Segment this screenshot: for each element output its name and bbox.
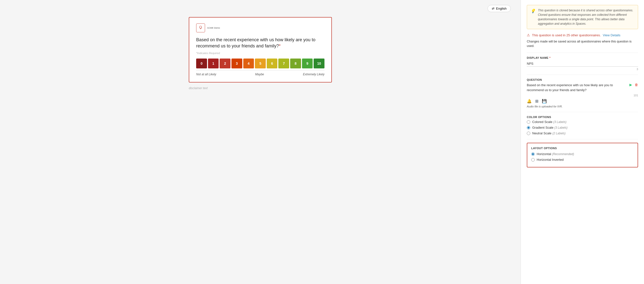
- question-icons: ▶ 🗑: [630, 83, 638, 87]
- color-option-gradient-scale[interactable]: Gradient Scale (3 Labels): [527, 126, 638, 129]
- display-name-label: DISPLAY NAME *: [527, 56, 638, 59]
- radio-gradient-scale[interactable]: [527, 126, 530, 129]
- survey-question: Based on the recent experience with us h…: [196, 37, 324, 49]
- logo-icon: [196, 24, 205, 32]
- label-horizontal-inverted: Horizontal Inverted: [537, 158, 564, 161]
- scale-label-left: Not at all Likely: [196, 73, 216, 76]
- nps-button-10[interactable]: 10: [314, 59, 324, 68]
- display-name-counter: 3: [527, 68, 638, 71]
- audio-note: Audio file is uploaded for IVR.: [527, 105, 638, 108]
- layout-option-horizontal[interactable]: Horizontal (Recommended): [531, 152, 634, 156]
- radio-neutral-scale[interactable]: [527, 132, 530, 135]
- label-horizontal: Horizontal (Recommended): [537, 152, 574, 156]
- warning-row: ⚠ This question is used in 25 other ques…: [527, 33, 638, 37]
- icon-row: 🔔 ⊞ 💾: [527, 99, 638, 104]
- nps-button-0[interactable]: 0: [196, 59, 207, 68]
- color-option-neutral-scale[interactable]: Neutral Scale (2 Labels): [527, 131, 638, 135]
- display-name-label-text: DISPLAY NAME: [527, 56, 548, 59]
- nps-button-3[interactable]: 3: [232, 59, 242, 68]
- language-button-container: ⇄ English: [10, 5, 511, 12]
- layout-option-horizontal-inverted[interactable]: Horizontal Inverted: [531, 158, 634, 161]
- nps-scale: 012345678910: [196, 59, 324, 68]
- radio-colored-scale[interactable]: [527, 120, 530, 124]
- question-section: QUESTION Based on the recent experience …: [527, 78, 638, 108]
- label-neutral-scale: Neutral Scale (2 Labels): [532, 131, 566, 135]
- nps-button-1[interactable]: 1: [208, 59, 219, 68]
- color-options-label: COLOR OPTIONS: [527, 116, 638, 119]
- display-name-required: *: [549, 56, 550, 59]
- required-star: *: [279, 44, 280, 48]
- radio-horizontal-inverted[interactable]: [531, 158, 535, 161]
- bulb-icon: 💡: [530, 8, 536, 26]
- translate-icon: ⇄: [492, 7, 494, 10]
- changes-note: Changes made will be saved across all qu…: [527, 40, 638, 48]
- warning-icon: ⚠: [527, 33, 530, 37]
- info-banner: 💡 This question is cloned because it is …: [527, 5, 638, 29]
- nps-button-9[interactable]: 9: [302, 59, 313, 68]
- language-button[interactable]: ⇄ English: [488, 5, 511, 12]
- question-text-display: Based on the recent experience with us h…: [196, 37, 315, 48]
- bell-icon[interactable]: 🔔: [527, 99, 532, 104]
- survey-card: ACME Demo Based on the recent experience…: [189, 17, 332, 83]
- nps-button-8[interactable]: 8: [290, 59, 301, 68]
- logo-text: ACME Demo: [207, 27, 220, 29]
- nps-button-7[interactable]: 7: [278, 59, 289, 68]
- layout-options-label: LAYOUT OPTIONS: [531, 147, 634, 150]
- play-icon[interactable]: ▶: [630, 83, 632, 87]
- language-label: English: [496, 7, 506, 10]
- required-note: *Indicates Required: [196, 52, 324, 55]
- nps-button-6[interactable]: 6: [267, 59, 278, 68]
- question-text-field: Based on the recent experience with us h…: [527, 83, 630, 92]
- info-banner-text: This question is cloned because it is sh…: [538, 8, 634, 26]
- question-label: QUESTION: [527, 78, 638, 81]
- color-option-colored-scale[interactable]: Colored Scale (3 Labels): [527, 120, 638, 124]
- survey-logo: ACME Demo: [196, 24, 324, 32]
- nps-button-4[interactable]: 4: [243, 59, 254, 68]
- scale-label-right: Extremely Likely: [303, 73, 324, 76]
- scale-labels: Not at all Likely Maybe Extremely Likely: [196, 70, 324, 76]
- section-divider-3: [527, 112, 638, 112]
- right-panel: 💡 This question is cloned because it is …: [521, 0, 644, 284]
- nps-button-2[interactable]: 2: [220, 59, 230, 68]
- view-details-link[interactable]: View Details: [603, 33, 620, 37]
- color-options-section: COLOR OPTIONS Colored Scale (3 Labels)Gr…: [527, 116, 638, 135]
- trash-icon[interactable]: 🗑: [634, 83, 638, 87]
- label-gradient-scale: Gradient Scale (3 Labels): [532, 126, 568, 129]
- layout-options-container: Horizontal (Recommended)Horizontal Inver…: [531, 152, 634, 161]
- section-divider-2: [527, 75, 638, 75]
- radio-horizontal[interactable]: [531, 152, 535, 156]
- left-panel: ⇄ English ACME Demo Based on the recent …: [0, 0, 521, 284]
- nps-button-5[interactable]: 5: [255, 59, 266, 68]
- section-divider-4: [527, 139, 638, 139]
- disclaimer-text: disclaimer text: [189, 86, 332, 90]
- label-colored-scale: Colored Scale (3 Labels): [532, 120, 566, 124]
- section-divider-1: [527, 53, 638, 53]
- color-options-container: Colored Scale (3 Labels)Gradient Scale (…: [527, 120, 638, 135]
- question-counter: 101: [527, 94, 638, 97]
- display-name-input[interactable]: [527, 61, 638, 67]
- grid-icon[interactable]: ⊞: [535, 99, 538, 104]
- layout-options-section: LAYOUT OPTIONS Horizontal (Recommended)H…: [527, 143, 638, 167]
- warning-text: This question is used in 25 other questi…: [532, 33, 601, 37]
- question-header: Based on the recent experience with us h…: [527, 83, 638, 92]
- scale-label-middle: Maybe: [255, 73, 264, 76]
- save-icon[interactable]: 💾: [542, 99, 547, 104]
